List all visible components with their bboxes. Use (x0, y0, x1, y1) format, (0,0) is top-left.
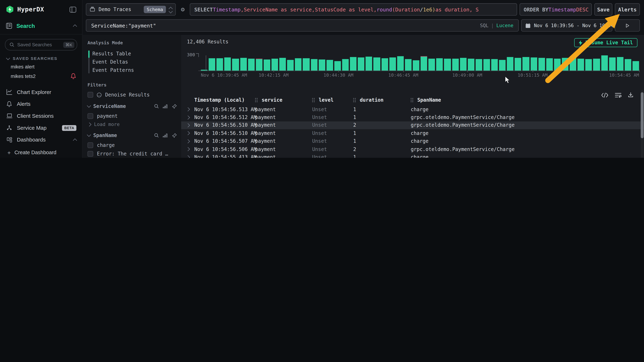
table-row[interactable]: Nov 6 10:54:55.413 AMpaymentUnset1charge (181, 153, 644, 158)
expand-row-icon[interactable] (186, 123, 194, 128)
histogram-bar[interactable] (554, 59, 561, 71)
histogram-bar[interactable] (420, 56, 427, 71)
column-header-spanname[interactable]: SpanName (411, 97, 644, 103)
histogram-bar[interactable] (538, 58, 545, 71)
analysis-mode-item[interactable]: Event Deltas (92, 58, 177, 66)
sidebar-item-alerts[interactable]: Alerts (0, 98, 82, 110)
collapse-sidebar-icon[interactable] (70, 6, 76, 12)
histogram-bar[interactable] (232, 59, 239, 71)
expand-row-icon[interactable] (186, 115, 194, 120)
histogram-bar[interactable] (632, 61, 639, 71)
table-row[interactable]: Nov 6 10:54:56.506 AMpaymentUnset2grpc.o… (181, 145, 644, 153)
histogram-bar[interactable] (593, 59, 600, 71)
scrollbar-thumb[interactable] (641, 92, 644, 138)
column-header-timestamp-local-[interactable]: Timestamp (Local) (194, 97, 255, 103)
histogram-bar[interactable] (586, 59, 592, 71)
denoise-results-toggle[interactable]: Denoise Results (88, 92, 177, 98)
column-header-service[interactable]: service (255, 97, 312, 103)
histogram-bar[interactable] (578, 59, 584, 71)
download-icon[interactable] (628, 92, 633, 98)
sidebar-item-client-sessions[interactable]: Client Sessions (0, 110, 82, 122)
source-settings-gear-icon[interactable]: ⚙ (178, 3, 187, 15)
histogram-bar[interactable] (240, 58, 247, 71)
checkbox[interactable] (88, 113, 93, 119)
sidebar-item-chart-explorer[interactable]: Chart Explorer (0, 86, 82, 98)
expand-row-icon[interactable] (186, 107, 194, 112)
histogram-bar[interactable] (483, 59, 490, 71)
table-row[interactable]: Nov 6 10:54:56.510 AMpaymentUnset1charge (181, 129, 644, 137)
histogram-bar[interactable] (264, 59, 270, 71)
histogram-bar[interactable] (562, 58, 568, 71)
expand-row-icon[interactable] (186, 155, 194, 158)
histogram-bar[interactable] (546, 58, 553, 71)
histogram-bar[interactable] (405, 59, 412, 71)
language-toggle[interactable]: SQL|Lucene (480, 22, 514, 28)
bar-chart-icon[interactable] (162, 133, 168, 138)
histogram-bar[interactable] (295, 58, 302, 71)
code-view-icon[interactable] (601, 93, 608, 98)
histogram-bar[interactable] (413, 60, 419, 71)
alerts-button[interactable]: Alerts (615, 3, 640, 15)
run-query-button[interactable] (615, 19, 640, 32)
saved-searches-input[interactable]: Saved Searches ⌘K (5, 39, 77, 50)
histogram-bar[interactable] (507, 57, 514, 71)
filter-group-spanname[interactable]: SpanName (88, 133, 177, 138)
histogram-bar[interactable] (389, 57, 396, 71)
expand-row-icon[interactable] (186, 139, 194, 144)
histogram-bar[interactable] (452, 59, 459, 71)
histogram-bar[interactable] (248, 59, 254, 71)
histogram-bar[interactable] (311, 59, 317, 71)
bar-chart-icon[interactable] (162, 104, 168, 108)
sidebar-item-dashboards[interactable]: Dashboards (0, 134, 82, 146)
load-more-button[interactable]: Load more (88, 120, 177, 129)
histogram-bar[interactable] (374, 57, 380, 71)
histogram-bar[interactable] (460, 58, 466, 71)
order-by-input[interactable]: ORDER BY Timestamp DESC (520, 3, 592, 15)
drag-handle-icon[interactable] (411, 98, 412, 99)
histogram-bar[interactable] (303, 58, 310, 71)
histogram-bar[interactable] (428, 59, 435, 71)
histogram-bar[interactable] (530, 57, 537, 71)
histogram-bar[interactable] (350, 57, 356, 71)
drag-handle-icon[interactable] (353, 98, 354, 99)
histogram-bar[interactable] (436, 58, 443, 71)
histogram-bar[interactable] (216, 58, 223, 71)
histogram-bar[interactable] (570, 57, 576, 71)
drag-handle-icon[interactable] (312, 98, 313, 99)
filter-value-checkbox[interactable]: payment (88, 112, 177, 120)
histogram-bar[interactable] (334, 61, 341, 71)
column-header-duration[interactable]: duration (353, 97, 410, 103)
saved-search-item[interactable]: mikes tets2 (0, 71, 82, 81)
pin-icon[interactable] (172, 104, 177, 109)
saved-searches-section[interactable]: SAVED SEARCHES (0, 50, 82, 62)
analysis-mode-item[interactable]: Event Patterns (92, 66, 177, 74)
histogram-bar[interactable] (209, 58, 216, 71)
wrap-lines-icon[interactable] (615, 93, 622, 98)
search-icon[interactable] (154, 104, 159, 109)
histogram-bar[interactable] (468, 59, 474, 71)
sidebar-item-search[interactable]: Search (0, 18, 82, 34)
histogram-bar[interactable] (279, 58, 286, 71)
checkbox[interactable] (88, 142, 93, 148)
histogram-bar[interactable] (256, 58, 262, 71)
histogram-bar[interactable] (358, 57, 364, 71)
histogram-bar[interactable] (476, 59, 482, 71)
checkbox[interactable] (88, 151, 93, 157)
filter-value-checkbox[interactable]: charge (88, 141, 177, 149)
histogram-bar[interactable] (366, 57, 372, 71)
histogram-bar[interactable] (342, 59, 349, 71)
results-histogram[interactable]: 300 (201, 54, 639, 71)
histogram-bar[interactable] (326, 60, 333, 71)
histogram-bar[interactable] (287, 60, 294, 71)
column-header-level[interactable]: level (312, 97, 353, 103)
expand-row-icon[interactable] (186, 147, 194, 151)
histogram-bar[interactable] (397, 56, 404, 71)
sidebar-item-service-map[interactable]: Service MapBETA (0, 122, 82, 134)
histogram-bar[interactable] (609, 57, 616, 71)
checkbox[interactable] (88, 92, 93, 98)
histogram-bar[interactable] (601, 55, 608, 71)
histogram-bar[interactable] (491, 59, 498, 71)
histogram-bar[interactable] (318, 59, 325, 71)
table-row[interactable]: Nov 6 10:54:56.510 AMpaymentUnset2grpc.o… (181, 121, 644, 129)
histogram-bar[interactable] (523, 57, 529, 71)
